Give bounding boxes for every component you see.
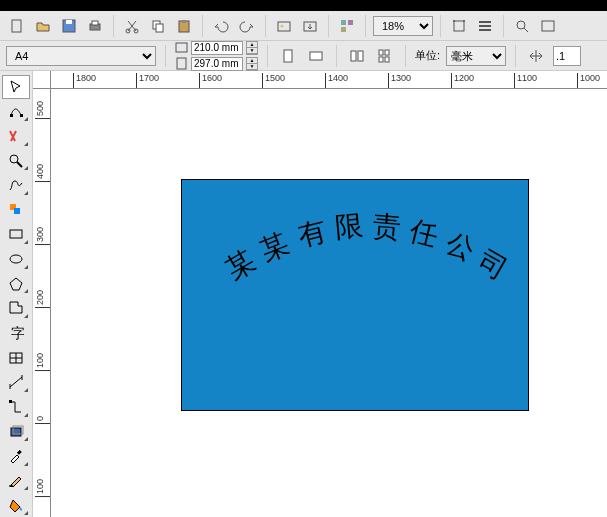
svg-rect-20 bbox=[479, 21, 491, 23]
height-spinner[interactable]: ▲▼ bbox=[246, 57, 258, 71]
width-icon bbox=[175, 41, 188, 54]
svg-marker-44 bbox=[10, 278, 22, 290]
shape-tool[interactable] bbox=[2, 100, 30, 124]
new-button[interactable] bbox=[6, 15, 28, 37]
paste-button[interactable] bbox=[173, 15, 195, 37]
cut-button[interactable] bbox=[121, 15, 143, 37]
separator bbox=[165, 45, 166, 67]
svg-line-24 bbox=[524, 28, 528, 32]
canvas[interactable]: 某某有限责任公司 bbox=[51, 89, 607, 517]
width-spinner[interactable]: ▲▼ bbox=[246, 41, 258, 55]
text-tool[interactable]: 字 bbox=[2, 321, 30, 345]
nudge-button[interactable] bbox=[525, 45, 547, 67]
svg-line-50 bbox=[10, 377, 22, 387]
svg-rect-2 bbox=[66, 20, 72, 24]
svg-rect-21 bbox=[479, 25, 491, 27]
page-width-input[interactable] bbox=[191, 41, 243, 55]
workarea: 字 180017001600150014001300120011001000 5… bbox=[0, 71, 607, 517]
table-tool[interactable] bbox=[2, 346, 30, 370]
svg-rect-28 bbox=[284, 50, 292, 62]
svg-rect-53 bbox=[9, 400, 12, 403]
undo-button[interactable] bbox=[210, 15, 232, 37]
menubar bbox=[0, 0, 607, 11]
horizontal-ruler[interactable]: 180017001600150014001300120011001000 bbox=[51, 71, 607, 89]
svg-rect-11 bbox=[278, 22, 290, 31]
ellipse-tool[interactable] bbox=[2, 247, 30, 271]
snap-button[interactable] bbox=[448, 15, 470, 37]
connector-tool[interactable] bbox=[2, 395, 30, 419]
svg-rect-0 bbox=[12, 20, 21, 32]
svg-point-57 bbox=[9, 485, 13, 487]
separator bbox=[328, 15, 329, 37]
dimension-tool[interactable] bbox=[2, 370, 30, 394]
fill-tool[interactable] bbox=[2, 493, 30, 517]
ruler-origin[interactable] bbox=[33, 71, 51, 89]
fullscreen-button[interactable] bbox=[537, 15, 559, 37]
portrait-button[interactable] bbox=[277, 45, 299, 67]
multi-page-button[interactable] bbox=[374, 45, 396, 67]
svg-point-18 bbox=[453, 20, 455, 22]
redo-button[interactable] bbox=[236, 15, 258, 37]
print-button[interactable] bbox=[84, 15, 106, 37]
svg-rect-42 bbox=[10, 230, 22, 238]
zoom-select[interactable]: 18% bbox=[373, 16, 433, 36]
smart-fill-tool[interactable] bbox=[2, 198, 30, 222]
svg-rect-36 bbox=[10, 114, 13, 117]
unit-label: 单位: bbox=[415, 48, 440, 63]
separator bbox=[267, 45, 268, 67]
unit-select[interactable]: 毫米 bbox=[446, 46, 506, 66]
svg-rect-27 bbox=[177, 58, 186, 69]
export-button[interactable] bbox=[299, 15, 321, 37]
app-launcher-button[interactable] bbox=[336, 15, 358, 37]
freehand-tool[interactable] bbox=[2, 173, 30, 197]
svg-rect-29 bbox=[310, 52, 322, 60]
rectangle-tool[interactable] bbox=[2, 223, 30, 247]
open-button[interactable] bbox=[32, 15, 54, 37]
separator bbox=[365, 15, 366, 37]
outline-tool[interactable] bbox=[2, 469, 30, 493]
copy-button[interactable] bbox=[147, 15, 169, 37]
svg-rect-14 bbox=[341, 20, 346, 25]
svg-rect-30 bbox=[351, 51, 356, 61]
svg-rect-22 bbox=[479, 29, 491, 31]
polygon-tool[interactable] bbox=[2, 272, 30, 296]
import-button[interactable] bbox=[273, 15, 295, 37]
page-size-select[interactable]: A4 bbox=[6, 46, 156, 66]
svg-point-43 bbox=[10, 255, 22, 263]
standard-toolbar: 18% bbox=[0, 11, 607, 41]
pick-tool[interactable] bbox=[2, 75, 30, 99]
arc-text[interactable]: 某某有限责任公司 bbox=[182, 196, 528, 296]
zoom-tool-button[interactable] bbox=[511, 15, 533, 37]
svg-point-38 bbox=[10, 155, 18, 163]
separator bbox=[503, 15, 504, 37]
svg-rect-33 bbox=[385, 50, 389, 55]
svg-rect-37 bbox=[20, 114, 23, 117]
separator bbox=[515, 45, 516, 67]
crop-tool[interactable] bbox=[2, 124, 30, 148]
vertical-ruler[interactable]: 5004003002001000100 bbox=[33, 89, 51, 517]
svg-rect-4 bbox=[92, 21, 98, 25]
effects-tool[interactable] bbox=[2, 420, 30, 444]
height-icon bbox=[175, 57, 188, 70]
svg-line-39 bbox=[17, 162, 22, 167]
svg-rect-25 bbox=[542, 21, 554, 31]
toolbox: 字 bbox=[0, 71, 33, 517]
nudge-input[interactable] bbox=[553, 46, 581, 66]
save-button[interactable] bbox=[58, 15, 80, 37]
separator bbox=[113, 15, 114, 37]
svg-point-23 bbox=[517, 21, 525, 29]
page-height-input[interactable] bbox=[191, 57, 243, 71]
landscape-button[interactable] bbox=[305, 45, 327, 67]
options-button[interactable] bbox=[474, 15, 496, 37]
zoom-tool[interactable] bbox=[2, 149, 30, 173]
separator bbox=[440, 15, 441, 37]
facing-pages-button[interactable] bbox=[346, 45, 368, 67]
svg-rect-17 bbox=[454, 21, 464, 31]
separator bbox=[265, 15, 266, 37]
eyedropper-tool[interactable] bbox=[2, 444, 30, 468]
svg-rect-32 bbox=[379, 50, 383, 55]
property-toolbar: A4 ▲▼ ▲▼ 单位: 毫米 bbox=[0, 41, 607, 71]
svg-point-19 bbox=[463, 20, 465, 22]
blue-rectangle[interactable]: 某某有限责任公司 bbox=[181, 179, 529, 411]
basic-shapes-tool[interactable] bbox=[2, 296, 30, 320]
